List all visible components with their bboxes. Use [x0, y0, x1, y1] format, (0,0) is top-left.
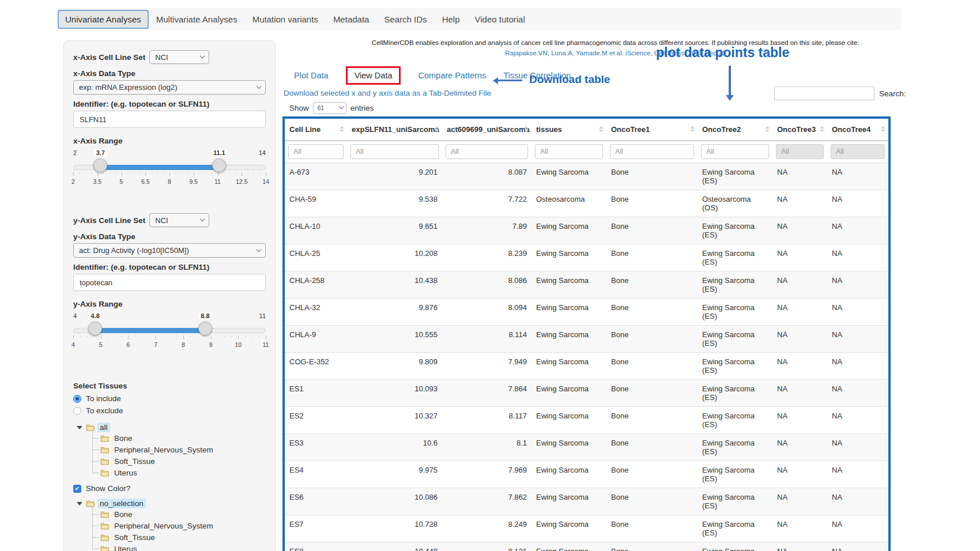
radio-icon[interactable]	[73, 407, 81, 415]
sort-icon[interactable]	[820, 126, 824, 132]
cell-expslfn11-unisarcoma: 10.555	[347, 325, 442, 352]
column-header-oncotree4[interactable]: OncoTree4	[827, 119, 888, 141]
nav-tab-metadata[interactable]: Metadata	[326, 10, 377, 29]
show-color-checkbox[interactable]: ✔ Show Color?	[73, 484, 266, 493]
slider-from-handle[interactable]	[88, 322, 102, 335]
cell-expslfn11-unisarcoma: 10.327	[347, 406, 442, 433]
y-data-type-select[interactable]: act: Drug Activity (-log10[IC50M])	[73, 243, 266, 258]
entries-count-select[interactable]: 61	[313, 102, 346, 114]
tree-expander-icon[interactable]	[77, 426, 82, 429]
nav-tab-video-tutorial[interactable]: Video tutorial	[467, 10, 532, 29]
column-header-label: tissues	[536, 125, 562, 134]
slider-minor-tick	[212, 172, 212, 174]
sort-icon[interactable]	[435, 126, 439, 132]
x-axis-range-slider[interactable]: 2143.711.123.556.589.51112.514	[73, 159, 266, 194]
tree-expander-icon[interactable]	[77, 502, 82, 505]
column-header-cell-line[interactable]: Cell Line	[285, 119, 347, 141]
column-filter-oncotree1[interactable]	[610, 144, 694, 159]
slider-from-value: 4.8	[89, 312, 102, 319]
nav-tab-mutation-variants[interactable]: Mutation variants	[245, 10, 326, 29]
radio-selected-icon[interactable]	[73, 395, 81, 403]
column-header-oncotree1[interactable]: OncoTree1	[606, 119, 698, 141]
sort-icon[interactable]	[524, 126, 529, 132]
tree-node-soft-tissue[interactable]: Soft_Tissue	[92, 455, 266, 467]
tree-node-no-selection[interactable]: no_selection	[77, 499, 266, 508]
cell-oncotree1: Bone	[606, 244, 698, 271]
tissue-radio-group: To includeTo exclude	[73, 393, 266, 417]
x-cell-line-set-select[interactable]: NCI	[149, 50, 209, 64]
column-header-act609699-unisarcoma[interactable]: act609699_uniSarcoma	[442, 119, 532, 141]
sort-icon[interactable]	[690, 126, 695, 132]
sort-icon[interactable]	[881, 126, 885, 132]
slider-to-handle[interactable]	[198, 322, 212, 335]
search-input[interactable]	[774, 86, 875, 100]
x-cell-line-set-label: x-Axis Cell Line Set	[73, 53, 145, 62]
column-header-expslfn11-unisarcoma[interactable]: expSLFN11_uniSarcoma	[347, 119, 442, 141]
x-identifier-input[interactable]	[73, 111, 266, 128]
tree-children: Bone Peripheral_Nervous_System Soft_Tiss…	[92, 508, 266, 551]
tree-node-bone[interactable]: Bone	[92, 432, 266, 444]
tree-node-peripheral-nervous-system[interactable]: Peripheral_Nervous_System	[92, 444, 266, 455]
y-cell-line-set-select[interactable]: NCI	[149, 213, 209, 227]
sort-icon[interactable]	[765, 126, 770, 132]
tree-child-label: Peripheral_Nervous_System	[112, 521, 216, 531]
sort-icon[interactable]	[340, 126, 344, 132]
tree-node-bone[interactable]: Bone	[92, 508, 266, 520]
cell-oncotree3: NA	[772, 433, 827, 461]
column-filter-expslfn11-unisarcoma[interactable]	[350, 144, 439, 159]
nav-tab-multivariate-analyses[interactable]: Multivariate Analyses	[149, 10, 245, 29]
slider-minor-tick	[176, 335, 177, 337]
tab-plot-data[interactable]: Plot Data	[294, 71, 329, 80]
column-header-oncotree2[interactable]: OncoTree2	[698, 119, 772, 141]
tab-view-data[interactable]: View Data	[355, 71, 393, 80]
cell-oncotree3: NA	[772, 298, 827, 325]
tree-node-uterus[interactable]: Uterus	[92, 467, 266, 478]
cell-expslfn11-unisarcoma: 9.975	[347, 461, 442, 488]
y-identifier-input[interactable]	[73, 274, 266, 291]
tissue-radio-to-include[interactable]: To include	[73, 393, 266, 405]
tree-node-soft-tissue[interactable]: Soft_Tissue	[92, 531, 266, 543]
nav-tab-search-ids[interactable]: Search IDs	[376, 10, 434, 29]
show-color-label: Show Color?	[86, 484, 130, 493]
slider-to-value: 8.8	[198, 312, 212, 319]
slider-tick	[97, 172, 98, 176]
sort-icon[interactable]	[599, 126, 604, 132]
slider-minor-tick	[87, 335, 88, 337]
slider-minor-tick	[115, 335, 115, 337]
column-filter-oncotree4[interactable]	[831, 144, 885, 159]
table-row: ES49.9757.969Ewing SarcomaBoneEwing Sarc…	[285, 461, 888, 488]
column-filter-oncotree3[interactable]	[776, 144, 824, 159]
cell-act609699-unisarcoma: 7.862	[442, 488, 532, 515]
download-data-link[interactable]: Download selected x and y axis data as a…	[284, 89, 491, 97]
slider-minor-tick	[245, 335, 246, 337]
cell-oncotree3: NA	[772, 542, 827, 551]
x-data-type-select[interactable]: exp: mRNA Expression (log2)	[73, 80, 266, 95]
slider-tick-label: 5	[120, 178, 123, 185]
slider-to-handle[interactable]	[212, 158, 226, 172]
slider-from-handle[interactable]	[93, 158, 107, 172]
sort-asc-icon	[765, 126, 770, 129]
nav-tab-help[interactable]: Help	[435, 10, 468, 29]
column-header-oncotree3[interactable]: OncoTree3	[772, 119, 827, 141]
cell-expslfn11-unisarcoma: 9.201	[347, 163, 442, 190]
nav-tab-univariate-analyses[interactable]: Univariate Analyses	[58, 10, 149, 29]
control-sidebar: x-Axis Cell Line Set NCI x-Axis Data Typ…	[63, 40, 276, 551]
slider-minor-tick	[252, 335, 252, 337]
column-filter-tissues[interactable]	[535, 144, 603, 159]
tissue-radio-to-exclude[interactable]: To exclude	[73, 405, 266, 417]
column-filter-act609699-unisarcoma[interactable]	[446, 144, 528, 159]
table-row: COG-E-3529.8097.949Ewing SarcomaBoneEwin…	[285, 352, 888, 379]
y-axis-range-slider[interactable]: 4114.88.84567891011	[73, 322, 266, 357]
tree-node-all[interactable]: all	[77, 422, 266, 432]
folder-icon	[86, 424, 95, 431]
tree-node-uterus[interactable]: Uterus	[92, 543, 266, 551]
tree-node-peripheral-nervous-system[interactable]: Peripheral_Nervous_System	[92, 520, 266, 531]
checkbox-checked-icon[interactable]: ✔	[73, 485, 81, 493]
slider-minor-tick	[135, 335, 135, 337]
cell-act609699-unisarcoma: 7.969	[442, 461, 532, 488]
cell-oncotree2: Osteosarcoma (OS)	[698, 190, 772, 217]
column-filter-oncotree2[interactable]	[701, 144, 769, 159]
column-header-tissues[interactable]: tissues	[532, 119, 606, 141]
tab-compare-patterns[interactable]: Compare Patterns	[418, 71, 486, 80]
column-filter-cell-line[interactable]	[288, 144, 344, 159]
